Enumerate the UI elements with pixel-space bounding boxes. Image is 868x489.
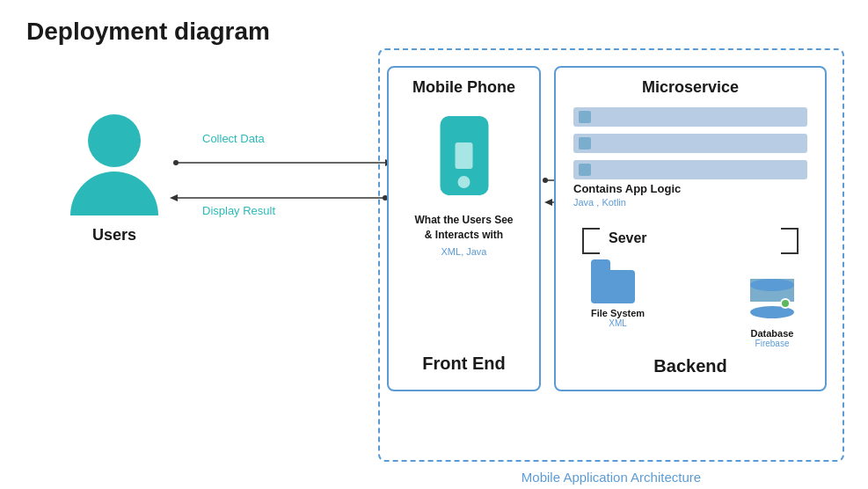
filesystem-icon: File System XML bbox=[591, 270, 645, 328]
db-green-dot bbox=[780, 298, 791, 309]
app-logic: Contains App Logic Java , Kotlin bbox=[573, 182, 681, 208]
backend-box: Microservice Contains App Logic Java , K… bbox=[554, 66, 827, 391]
ms-dot-1 bbox=[579, 111, 591, 123]
user-label: Users bbox=[70, 226, 158, 244]
ms-row-3 bbox=[573, 160, 807, 179]
filesystem-sub: XML bbox=[591, 318, 645, 328]
frontend-description: What the Users See& Interacts with XML, … bbox=[389, 213, 539, 257]
frontend-desc-main: What the Users See& Interacts with bbox=[389, 213, 539, 243]
mobile-phone-label: Mobile Phone bbox=[389, 78, 539, 97]
user-section: Users bbox=[70, 114, 158, 244]
db-top bbox=[750, 279, 794, 291]
avatar-head bbox=[88, 114, 141, 167]
svg-point-2 bbox=[173, 160, 179, 165]
server-label: Sever bbox=[609, 230, 647, 246]
app-logic-sub: Java , Kotlin bbox=[573, 197, 681, 208]
frontend-desc-sub: XML, Java bbox=[389, 246, 539, 257]
backend-title: Backend bbox=[556, 356, 825, 376]
frontend-box: Mobile Phone What the Users See& Interac… bbox=[387, 66, 541, 391]
avatar-body bbox=[70, 172, 158, 215]
microservice-rows bbox=[573, 107, 807, 186]
database-icon: Database Firebase bbox=[750, 270, 794, 348]
app-logic-main: Contains App Logic bbox=[573, 182, 681, 195]
svg-marker-4 bbox=[170, 194, 178, 201]
outer-label: Mobile Application Architecture bbox=[522, 470, 701, 485]
phone-icon bbox=[440, 116, 488, 195]
folder-shape bbox=[591, 270, 635, 303]
server-bracket-left bbox=[582, 228, 600, 254]
display-result-label: Display Result bbox=[202, 204, 275, 217]
ms-dot-2 bbox=[579, 137, 591, 150]
collect-data-label: Collect Data bbox=[202, 132, 265, 145]
diagram-title: Deployment diagram bbox=[26, 18, 270, 46]
database-label: Database bbox=[750, 328, 794, 339]
db-shape bbox=[750, 279, 794, 312]
server-bracket-right bbox=[781, 228, 799, 254]
database-sub: Firebase bbox=[750, 339, 794, 348]
ms-dot-3 bbox=[579, 164, 591, 176]
filesystem-label: File System bbox=[591, 308, 645, 318]
ms-row-2 bbox=[573, 134, 807, 153]
microservice-label: Microservice bbox=[556, 78, 825, 97]
ms-row-1 bbox=[573, 107, 807, 127]
frontend-title: Front End bbox=[389, 354, 539, 374]
